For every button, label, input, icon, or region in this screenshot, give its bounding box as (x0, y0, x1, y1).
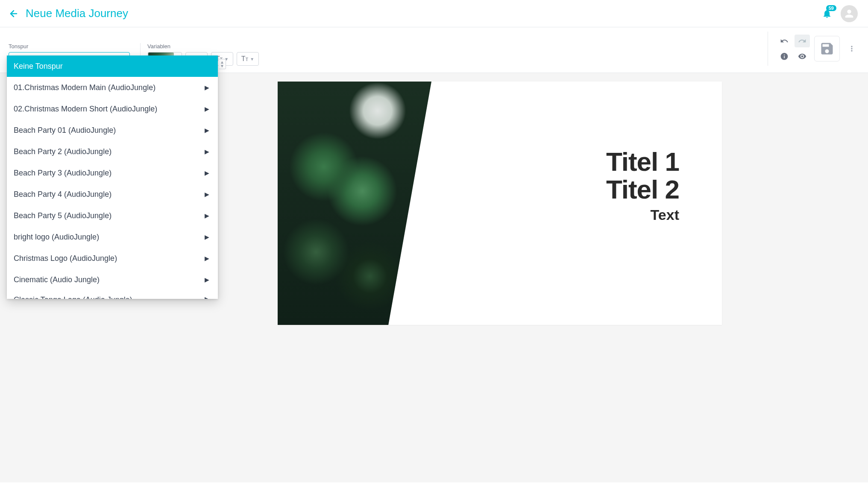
notifications-button[interactable]: 59 (822, 9, 832, 19)
play-icon[interactable]: ▶ (205, 148, 209, 155)
info-icon (780, 52, 789, 61)
more-vert-icon (847, 44, 856, 53)
play-icon[interactable]: ▶ (205, 84, 209, 91)
play-icon[interactable]: ▶ (205, 295, 209, 299)
preview-button[interactable] (795, 50, 810, 63)
spinner-down-icon: ▼ (220, 64, 224, 68)
dropdown-item[interactable]: Classic Tango Logo (Audio Jungle) ▶ (7, 290, 218, 299)
redo-button (795, 35, 810, 47)
action-buttons (777, 35, 810, 63)
dropdown-item-label: Keine Tonspur (14, 62, 63, 71)
dropdown-item[interactable]: Beach Party 3 (AudioJungle) ▶ (7, 162, 218, 184)
variables-label: Variablen (147, 43, 259, 50)
dropdown-item-label: Classic Tango Logo (Audio Jungle) (14, 295, 132, 299)
info-button[interactable] (777, 50, 792, 63)
toolbar-right (768, 32, 859, 66)
dropdown-item-label: 02.Christmas Modern Short (AudioJungle) (14, 105, 157, 114)
dropdown-item[interactable]: bright logo (AudioJungle) ▶ (7, 226, 218, 248)
play-icon[interactable]: ▶ (205, 127, 209, 134)
arrow-left-icon (9, 9, 19, 19)
title-2-text[interactable]: Titel 2 (606, 175, 679, 203)
dropdown-item[interactable]: Beach Party 5 (AudioJungle) ▶ (7, 205, 218, 226)
background-image-slot[interactable] (278, 82, 431, 325)
play-icon[interactable]: ▶ (205, 212, 209, 219)
more-options-button[interactable] (844, 41, 859, 56)
dropdown-item-label: Cinematic (Audio Jungle) (14, 275, 100, 284)
play-icon[interactable]: ▶ (205, 191, 209, 198)
dropdown-item[interactable]: 01.Christmas Modern Main (AudioJungle) ▶ (7, 77, 218, 98)
body-text[interactable]: Text (606, 207, 679, 223)
dropdown-item-none[interactable]: Keine Tonspur (7, 56, 218, 77)
dropdown-item[interactable]: Cinematic (Audio Jungle) ▶ (7, 269, 218, 290)
dropdown-item[interactable]: 02.Christmas Modern Short (AudioJungle) … (7, 98, 218, 120)
text-overlay: Titel 1 Titel 2 Text (606, 148, 679, 223)
text-size-icon: TT (241, 55, 249, 63)
media-canvas[interactable]: Titel 1 Titel 2 Text (278, 82, 722, 325)
dropdown-item-label: Christmas Logo (AudioJungle) (14, 254, 117, 263)
play-icon[interactable]: ▶ (205, 105, 209, 112)
app-header: Neue Media Journey 59 (0, 0, 868, 27)
dropdown-item[interactable]: Beach Party 2 (AudioJungle) ▶ (7, 141, 218, 162)
dropdown-item-label: Beach Party 3 (AudioJungle) (14, 169, 111, 178)
person-icon (843, 8, 855, 20)
dropdown-item-label: 01.Christmas Modern Main (AudioJungle) (14, 83, 155, 92)
play-icon[interactable]: ▶ (205, 169, 209, 176)
undo-icon (780, 37, 789, 45)
forest-image (278, 82, 431, 325)
redo-icon (798, 37, 806, 45)
save-icon (819, 41, 835, 56)
dropdown-item-label: Beach Party 2 (AudioJungle) (14, 147, 111, 156)
dropdown-item-label: Beach Party 4 (AudioJungle) (14, 190, 111, 199)
dropdown-item-label: Beach Party 01 (AudioJungle) (14, 126, 116, 135)
chevron-down-icon: ▼ (250, 57, 254, 61)
audio-track-label: Tonspur (9, 43, 130, 50)
user-avatar[interactable] (841, 5, 858, 22)
back-button[interactable] (9, 9, 19, 19)
dropdown-item[interactable]: Beach Party 01 (AudioJungle) ▶ (7, 120, 218, 141)
eye-icon (798, 52, 806, 61)
title-1-text[interactable]: Titel 1 (606, 148, 679, 175)
audio-track-dropdown: Keine Tonspur 01.Christmas Modern Main (… (7, 56, 218, 299)
dropdown-item-label: Beach Party 5 (AudioJungle) (14, 211, 111, 220)
play-icon[interactable]: ▶ (205, 276, 209, 283)
dropdown-item[interactable]: Beach Party 4 (AudioJungle) ▶ (7, 184, 218, 205)
number-spinner[interactable]: ▲ ▼ (219, 59, 226, 69)
save-button[interactable] (814, 36, 840, 61)
header-right: 59 (822, 5, 858, 22)
undo-button[interactable] (777, 35, 792, 47)
text-variable-3-button[interactable]: TT ▼ (237, 52, 259, 66)
play-icon[interactable]: ▶ (205, 234, 209, 240)
notification-count-badge: 59 (826, 5, 836, 11)
page-title: Neue Media Journey (26, 7, 128, 20)
dropdown-item-label: bright logo (AudioJungle) (14, 233, 99, 242)
header-left: Neue Media Journey (9, 7, 128, 20)
dropdown-item[interactable]: Christmas Logo (AudioJungle) ▶ (7, 248, 218, 269)
play-icon[interactable]: ▶ (205, 255, 209, 262)
